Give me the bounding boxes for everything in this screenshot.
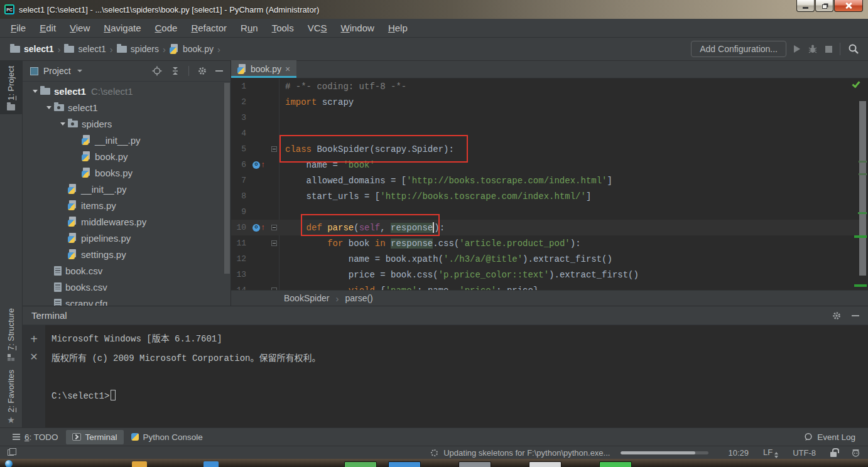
line-number: 3 — [231, 113, 250, 122]
python-icon — [82, 135, 91, 145]
tab-book-py[interactable]: book.py × — [231, 60, 296, 78]
terminal-output[interactable]: Microsoft Windows [版本 6.1.7601]版权所有 (c) … — [45, 325, 868, 427]
code-line[interactable]: 12 name = book.xpath('./h3/a/@title').ex… — [231, 251, 868, 267]
terminal-prompt[interactable]: C:\select1> — [52, 390, 868, 409]
code-line[interactable]: 11 for book in response.css('article.pro… — [231, 235, 868, 251]
menu-view[interactable]: View — [63, 20, 97, 36]
breadcrumb-select1[interactable]: select1 — [10, 44, 53, 54]
close-button[interactable] — [834, 0, 863, 12]
hector-inspections-icon[interactable] — [851, 448, 860, 458]
project-scrollbar[interactable] — [224, 83, 230, 274]
close-session-icon[interactable]: ✕ — [30, 353, 38, 362]
tree-item-middlewares-py[interactable]: middlewares.py — [23, 213, 231, 230]
tree-item-select1[interactable]: select1C:\select1 — [23, 83, 231, 99]
event-log-button[interactable]: Event Log — [798, 430, 862, 444]
code-line[interactable]: 7 allowed_domains = ['http://books.toscr… — [231, 173, 868, 188]
encoding-selector[interactable]: UTF-8 — [793, 448, 816, 458]
menu-code[interactable]: Code — [148, 20, 185, 36]
start-orb-icon[interactable] — [5, 460, 13, 467]
debug-icon[interactable] — [808, 44, 818, 54]
expanded-arrow-icon[interactable] — [58, 122, 68, 126]
menu-file[interactable]: File — [4, 20, 33, 36]
tool-strip-tab-structure[interactable]: 7: Structure — [0, 303, 22, 365]
gear-icon[interactable] — [197, 66, 207, 76]
breadcrumb-class[interactable]: BookSpider — [284, 293, 329, 303]
chevron-down-icon[interactable] — [77, 70, 82, 72]
tool-window-button-6-todo[interactable]: 6: TODO — [6, 430, 65, 444]
tree-item-scrapy-cfg[interactable]: scrapy.cfg — [23, 295, 231, 306]
locate-icon[interactable] — [152, 66, 162, 76]
code-line[interactable]: 3 — [231, 110, 868, 126]
fold-toggle-icon[interactable] — [271, 146, 277, 152]
tool-strip-tab-favorites[interactable]: 2: Favorites★ — [0, 365, 22, 427]
menu-window[interactable]: Window — [334, 20, 381, 36]
overrides-method-icon[interactable]: o — [252, 224, 260, 232]
code-line[interactable]: 8 start_urls = ['http://books.toscrape.c… — [231, 188, 868, 204]
run-icon[interactable] — [794, 45, 800, 53]
tree-item-pipelines-py[interactable]: pipelines.py — [23, 230, 231, 246]
tree-item-books-csv[interactable]: books.csv — [23, 279, 231, 295]
tool-strip-tab-project[interactable]: 1: Project — [0, 61, 22, 114]
taskbar-item[interactable] — [599, 461, 632, 467]
minimize-button[interactable] — [796, 0, 815, 12]
breadcrumb-select1[interactable]: select1 — [64, 44, 106, 54]
tool-window-button-terminal[interactable]: Terminal — [66, 430, 124, 444]
taskbar-item[interactable] — [388, 461, 421, 467]
tool-window-toggle-icon[interactable] — [8, 449, 14, 456]
readonly-lock-icon[interactable] — [830, 452, 837, 457]
tree-item-book-csv[interactable]: book.csv — [23, 262, 231, 279]
taskbar-item[interactable] — [132, 461, 147, 467]
tree-item-books-py[interactable]: books.py — [23, 164, 231, 181]
taskbar-item[interactable] — [458, 461, 491, 467]
gear-icon[interactable] — [832, 311, 842, 321]
breadcrumb-spiders[interactable]: spiders — [117, 44, 159, 54]
code-line[interactable]: 13 price = book.css('p.price_color::text… — [231, 267, 868, 282]
taskbar-item[interactable] — [203, 461, 219, 467]
tree-item-items-py[interactable]: items.py — [23, 197, 231, 213]
breadcrumb-book-py[interactable]: book.py — [170, 44, 214, 54]
cursor-position[interactable]: 10:29 — [728, 448, 749, 458]
menu-help[interactable]: Help — [381, 20, 415, 36]
taskbar-item[interactable] — [344, 461, 377, 467]
fold-toggle-icon[interactable] — [271, 240, 277, 246]
tree-item-select1[interactable]: select1 — [23, 99, 231, 115]
tree-item-settings-py[interactable]: settings.py — [23, 246, 231, 262]
project-panel-title[interactable]: Project — [43, 66, 71, 76]
tool-window-button-python-console[interactable]: Python Console — [125, 430, 209, 444]
expanded-arrow-icon[interactable] — [30, 90, 40, 93]
expanded-arrow-icon[interactable] — [44, 106, 54, 109]
overrides-method-icon[interactable]: o — [252, 161, 260, 169]
search-icon[interactable] — [848, 43, 859, 55]
taskbar-item[interactable] — [529, 461, 561, 467]
breadcrumb-method[interactable]: parse() — [345, 293, 372, 303]
stop-icon[interactable] — [825, 46, 832, 53]
folder-icon — [40, 88, 50, 95]
menu-tools[interactable]: Tools — [265, 20, 301, 36]
menu-navigate[interactable]: Navigate — [97, 20, 148, 36]
menu-vcs[interactable]: VCS — [301, 20, 334, 36]
code-line[interactable]: 2import scrapy — [231, 94, 868, 110]
fold-toggle-icon[interactable] — [271, 225, 277, 230]
add-configuration-button[interactable]: Add Configuration... — [691, 41, 786, 57]
collapse-all-icon[interactable] — [170, 66, 180, 76]
restore-button[interactable] — [815, 0, 833, 12]
tree-item-book-py[interactable]: book.py — [23, 148, 231, 164]
terminal-icon — [72, 433, 81, 441]
tab-close-icon[interactable]: × — [285, 64, 290, 74]
code-line[interactable]: 1# -*- coding: utf-8 -*- — [231, 78, 868, 94]
menu-refactor[interactable]: Refactor — [184, 20, 234, 36]
line-number: 7 — [231, 176, 250, 185]
code-area[interactable]: 1# -*- coding: utf-8 -*-2import scrapy34… — [231, 78, 868, 290]
code-line[interactable]: 14 yield {'name': name, 'price': price} — [231, 282, 868, 290]
menu-run[interactable]: Run — [234, 20, 265, 36]
menu-edit[interactable]: Edit — [33, 20, 63, 36]
new-session-icon[interactable]: + — [30, 334, 38, 344]
fold-toggle-icon[interactable] — [271, 287, 277, 290]
tree-item-__init__-py[interactable]: __init__.py — [23, 132, 231, 148]
tree-item-spiders[interactable]: spiders — [23, 115, 231, 132]
hide-panel-icon[interactable] — [852, 315, 859, 316]
tree-item-__init__-py[interactable]: __init__.py — [23, 181, 231, 197]
editor-scrollbar[interactable] — [859, 101, 866, 276]
hide-panel-icon[interactable] — [215, 70, 223, 72]
line-ending-selector[interactable]: LF — [763, 448, 778, 458]
